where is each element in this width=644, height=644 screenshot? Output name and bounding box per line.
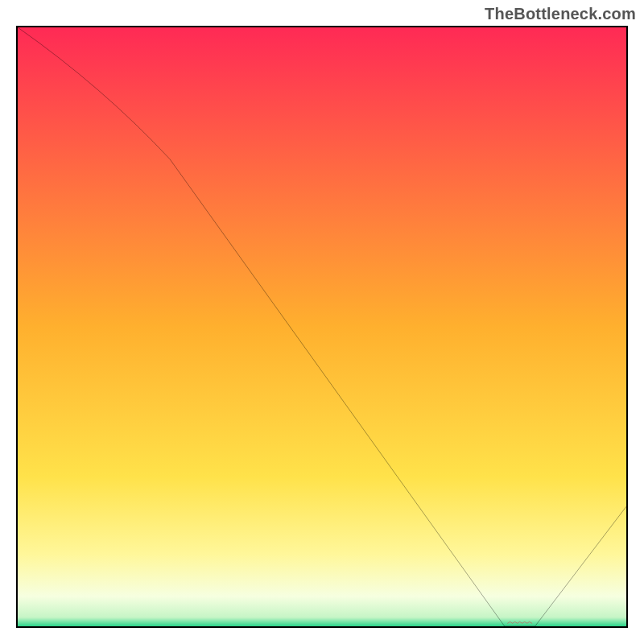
watermark-text: TheBottleneck.com	[485, 5, 636, 23]
chart-plot-area	[16, 26, 628, 628]
chart-gradient-bg	[18, 27, 626, 626]
chart-svg	[18, 27, 626, 626]
